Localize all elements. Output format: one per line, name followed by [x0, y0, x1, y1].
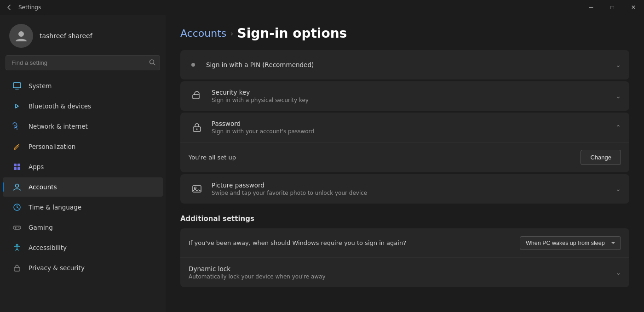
titlebar: Settings ─ □ ✕: [0, 0, 644, 15]
breadcrumb-parent[interactable]: Accounts: [180, 28, 226, 39]
password-text: Password Sign in with your account's pas…: [212, 120, 611, 135]
pin-bullet: [191, 63, 195, 67]
sidebar-item-apps-label: Apps: [29, 163, 44, 170]
dynamic-lock-row[interactable]: Dynamic lock Automatically lock your dev…: [180, 258, 629, 287]
bluetooth-icon: [12, 101, 22, 111]
content-area: Accounts › Sign-in options Sign in with …: [166, 15, 644, 312]
sidebar-item-privacy[interactable]: Privacy & security: [3, 258, 163, 278]
app-body: tashreef shareef System: [0, 15, 644, 312]
picture-password-row[interactable]: Picture password Swipe and tap your favo…: [180, 174, 629, 204]
sidebar-item-bluetooth[interactable]: Bluetooth & devices: [3, 96, 163, 116]
pin-card: Sign in with a PIN (Recommended) ⌄: [180, 50, 629, 79]
sidebar-item-accounts[interactable]: Accounts: [3, 177, 163, 197]
nav-bluetooth: Bluetooth & devices: [0, 96, 166, 116]
nav-personalization: Personalization: [0, 136, 166, 157]
dynamic-lock-desc: Automatically lock your device when you'…: [189, 273, 611, 280]
user-name: tashreef shareef: [40, 32, 92, 40]
search-input[interactable]: [6, 55, 160, 70]
svg-point-10: [16, 184, 19, 187]
system-icon: [12, 81, 22, 91]
time-icon: [12, 202, 22, 212]
sidebar-item-personalization-label: Personalization: [29, 143, 75, 150]
sidebar-item-privacy-label: Privacy & security: [29, 264, 85, 272]
sidebar-item-accessibility[interactable]: Accessibility: [3, 238, 163, 257]
pin-row[interactable]: Sign in with a PIN (Recommended) ⌄: [180, 50, 629, 79]
sidebar-item-gaming-label: Gaming: [29, 224, 53, 231]
svg-point-0: [18, 31, 24, 37]
maximize-button[interactable]: □: [602, 0, 623, 15]
svg-rect-12: [13, 226, 21, 229]
security-key-chevron-icon: ⌄: [615, 92, 621, 100]
sidebar-item-gaming[interactable]: Gaming: [3, 218, 163, 237]
security-key-row[interactable]: Security key Sign in with a physical sec…: [180, 81, 629, 111]
breadcrumb: Accounts › Sign-in options: [180, 26, 629, 41]
privacy-icon: [12, 263, 22, 273]
sidebar-item-personalization[interactable]: Personalization: [3, 137, 163, 156]
dynamic-lock-title: Dynamic lock: [189, 265, 611, 272]
additional-settings-card: If you've been away, when should Windows…: [180, 228, 629, 287]
security-key-card: Security key Sign in with a physical sec…: [180, 81, 629, 111]
security-key-desc: Sign in with a physical security key: [212, 97, 611, 103]
app-title: Settings: [18, 4, 41, 11]
breadcrumb-current: Sign-in options: [237, 26, 347, 41]
nav-time: Time & language: [0, 197, 166, 217]
back-icon[interactable]: [6, 4, 13, 11]
network-icon: [12, 121, 22, 131]
sidebar-item-network[interactable]: Network & internet: [3, 117, 163, 136]
svg-line-2: [154, 63, 155, 65]
content-body: Sign in with a PIN (Recommended) ⌄ Sec: [166, 50, 644, 287]
sidebar-item-apps[interactable]: Apps: [3, 157, 163, 176]
search-box: [6, 55, 160, 70]
picture-password-title: Picture password: [212, 182, 611, 189]
nav-accessibility: Accessibility: [0, 238, 166, 258]
minimize-button[interactable]: ─: [581, 0, 602, 15]
password-chevron-icon: ⌃: [615, 124, 621, 131]
sidebar: tashreef shareef System: [0, 15, 166, 312]
dynamic-lock-chevron-icon: ⌄: [615, 269, 621, 276]
svg-point-5: [17, 129, 17, 130]
accessibility-icon: [12, 243, 22, 253]
pin-title: Sign in with a PIN (Recommended): [206, 61, 611, 68]
sign-in-question: If you've been away, when should Windows…: [189, 239, 520, 246]
accounts-icon: [12, 182, 22, 192]
dynamic-lock-text: Dynamic lock Automatically lock your dev…: [189, 265, 611, 280]
security-key-title: Security key: [212, 89, 611, 96]
svg-point-17: [16, 244, 18, 246]
change-password-button[interactable]: Change: [581, 150, 621, 165]
avatar: [9, 24, 33, 48]
breadcrumb-separator: ›: [230, 28, 233, 38]
nav-network: Network & internet: [0, 116, 166, 136]
picture-password-card: Picture password Swipe and tap your favo…: [180, 174, 629, 204]
svg-point-21: [196, 129, 198, 130]
personalization-icon: [12, 142, 22, 152]
sidebar-item-time[interactable]: Time & language: [3, 198, 163, 217]
sidebar-item-bluetooth-label: Bluetooth & devices: [29, 102, 91, 110]
password-header[interactable]: Password Sign in with your account's pas…: [180, 113, 629, 142]
sign-in-row: If you've been away, when should Windows…: [180, 228, 629, 258]
svg-point-23: [195, 187, 196, 189]
password-card: Password Sign in with your account's pas…: [180, 113, 629, 172]
picture-password-text: Picture password Swipe and tap your favo…: [212, 182, 611, 196]
close-button[interactable]: ✕: [623, 0, 644, 15]
svg-rect-6: [14, 164, 17, 166]
content-header: Accounts › Sign-in options: [166, 15, 644, 50]
picture-password-desc: Swipe and tap your favorite photo to unl…: [212, 190, 611, 196]
password-status: You're all set up: [189, 154, 236, 161]
pin-chevron-icon: ⌄: [615, 61, 621, 68]
search-icon: [149, 59, 155, 67]
gaming-icon: [12, 222, 22, 233]
sign-in-dropdown[interactable]: When PC wakes up from sleep Every time N…: [520, 236, 621, 250]
picture-password-icon: [189, 181, 205, 197]
nav-gaming: Gaming: [0, 217, 166, 238]
apps-icon: [12, 162, 22, 172]
sidebar-item-network-label: Network & internet: [29, 123, 88, 130]
sidebar-item-accounts-label: Accounts: [29, 183, 57, 191]
svg-rect-9: [17, 167, 20, 170]
svg-rect-4: [15, 89, 19, 90]
svg-point-16: [19, 228, 20, 229]
sidebar-item-system[interactable]: System: [3, 76, 163, 96]
nav-apps: Apps: [0, 157, 166, 177]
password-content: You're all set up Change: [180, 142, 629, 172]
picture-password-chevron-icon: ⌄: [615, 185, 621, 193]
password-icon: [189, 119, 205, 136]
